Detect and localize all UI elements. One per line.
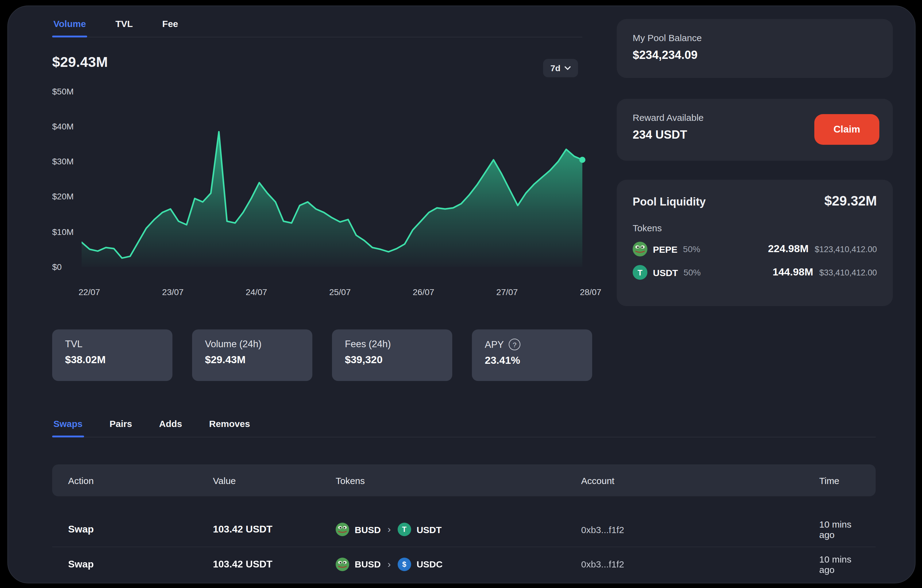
arrow-right-icon: › [386, 559, 392, 570]
y-axis-tick: $20M [52, 191, 74, 202]
usdc-token-icon: $ [398, 557, 411, 571]
stat-card-fees-24h: Fees (24h) $39,320 [332, 330, 452, 381]
column-header-tokens: Tokens [336, 475, 581, 485]
x-axis-tick: 28/07 [580, 287, 602, 297]
stat-value: $38.02M [65, 354, 160, 366]
x-axis-tick: 25/07 [329, 287, 351, 297]
stat-value: 23.41% [485, 354, 579, 367]
x-axis: 22/07 23/07 24/07 25/07 26/07 27/07 28/0… [78, 287, 602, 297]
liquidity-token-amount: 224.98M [768, 243, 809, 255]
stat-label: TVL [65, 339, 83, 350]
tab-fee[interactable]: Fee [161, 16, 180, 37]
row-value: 103.42 USDT [213, 524, 336, 535]
tab-removes[interactable]: Removes [208, 416, 251, 437]
tab-volume[interactable]: Volume [52, 16, 87, 37]
chevron-down-icon [565, 66, 571, 70]
stat-value: $29.43M [205, 354, 299, 366]
stat-card-tvl: TVL $38.02M [52, 330, 172, 381]
column-header-action: Action [68, 475, 213, 485]
dashboard-panel: Volume TVL Fee $29.43M 7d $50M $40M $30M… [7, 5, 915, 583]
column-header-account: Account [581, 475, 819, 485]
liquidity-token-usd: $33,410,412.00 [819, 268, 877, 277]
liquidity-token-amount: 144.98M [773, 266, 813, 279]
x-axis-tick: 23/07 [162, 287, 183, 297]
tab-swaps[interactable]: Swaps [52, 416, 84, 437]
pool-liquidity-title: Pool Liquidity [633, 196, 706, 209]
pepe-token-icon [633, 242, 647, 256]
busd-token-icon [336, 557, 349, 571]
row-action: Swap [68, 524, 213, 535]
table-row[interactable]: Swap 103.42 USDT BUSD › $ USDC 0xb3...f1… [52, 547, 876, 581]
token-to-symbol: USDT [417, 524, 442, 535]
token-from-symbol: BUSD [355, 559, 381, 569]
pool-balance-card: My Pool Balance $234,234.09 [617, 19, 893, 78]
activity-tabs: Swaps Pairs Adds Removes [52, 416, 876, 438]
liquidity-token-share: 50% [683, 244, 700, 254]
stat-card-volume-24h: Volume (24h) $29.43M [192, 330, 312, 381]
stat-label: Fees (24h) [345, 339, 391, 350]
tab-tvl[interactable]: TVL [114, 16, 134, 37]
y-axis-tick: $40M [52, 121, 74, 132]
liquidity-token-row: PEPE 50% 224.98M $123,410,412.00 [633, 242, 877, 256]
usdt-token-icon: T [633, 265, 647, 280]
help-icon[interactable]: ? [509, 339, 520, 350]
claim-button[interactable]: Claim [814, 114, 879, 145]
y-axis-tick: $30M [52, 156, 74, 167]
row-tokens: BUSD › T USDT [336, 523, 581, 536]
app-stage: Volume TVL Fee $29.43M 7d $50M $40M $30M… [0, 0, 922, 588]
stat-label: Volume (24h) [205, 339, 262, 350]
tab-pairs[interactable]: Pairs [108, 416, 133, 437]
liquidity-token-row: T USDT 50% 144.98M $33,410,412.00 [633, 265, 877, 280]
y-axis-tick: $50M [52, 86, 74, 97]
volume-area [82, 132, 582, 267]
liquidity-token-usd: $123,410,412.00 [815, 245, 877, 254]
stats-row: TVL $38.02M Volume (24h) $29.43M Fees (2… [52, 330, 592, 381]
table-header: Action Value Tokens Account Time [52, 464, 876, 496]
pool-balance-value: $234,234.09 [633, 49, 877, 62]
column-header-value: Value [213, 475, 336, 485]
row-account[interactable]: 0xb3...f1f2 [581, 524, 819, 535]
token-to-symbol: USDC [417, 559, 443, 569]
row-time: 10 mins ago [819, 519, 860, 540]
chart-endpoint-dot [579, 157, 585, 163]
liquidity-token-symbol: PEPE [653, 244, 677, 254]
pool-liquidity-value: $29.32M [824, 193, 877, 209]
column-header-time: Time [819, 475, 860, 485]
range-selector-label: 7d [551, 63, 561, 73]
arrow-right-icon: › [386, 524, 392, 535]
busd-token-icon [336, 523, 349, 536]
row-time: 10 mins ago [819, 554, 860, 575]
table-row[interactable]: Swap 103.42 USDT BUSD › T USDT 0xb3...f1… [52, 512, 876, 547]
row-tokens: BUSD › $ USDC [336, 557, 581, 571]
y-axis-tick: $0 [52, 261, 62, 273]
tokens-label: Tokens [633, 223, 877, 233]
x-axis-tick: 27/07 [497, 287, 518, 297]
chart-metric-tabs: Volume TVL Fee [52, 16, 582, 38]
range-selector[interactable]: 7d [543, 59, 579, 77]
y-axis-tick: $10M [52, 226, 74, 237]
usdt-token-icon: T [398, 523, 411, 536]
pool-liquidity-card: Pool Liquidity $29.32M Tokens PEPE 50% 2… [617, 180, 893, 306]
stat-card-apy: APY ? 23.41% [472, 330, 592, 381]
row-action: Swap [68, 559, 213, 570]
x-axis-tick: 24/07 [246, 287, 267, 297]
tab-adds[interactable]: Adds [158, 416, 183, 437]
chart-headline-value: $29.43M [52, 54, 108, 70]
row-value: 103.42 USDT [213, 559, 336, 570]
x-axis-tick: 22/07 [78, 287, 100, 297]
liquidity-token-symbol: USDT [653, 267, 678, 278]
token-from-symbol: BUSD [355, 524, 381, 535]
row-account[interactable]: 0xb3...f1f2 [581, 559, 819, 569]
stat-value: $39,320 [345, 354, 440, 366]
reward-card: Reward Available 234 USDT Claim [617, 99, 893, 161]
x-axis-tick: 26/07 [413, 287, 434, 297]
pool-balance-label: My Pool Balance [633, 33, 877, 43]
volume-area-chart [82, 85, 587, 279]
stat-label: APY [485, 339, 504, 350]
liquidity-token-share: 50% [683, 268, 701, 277]
